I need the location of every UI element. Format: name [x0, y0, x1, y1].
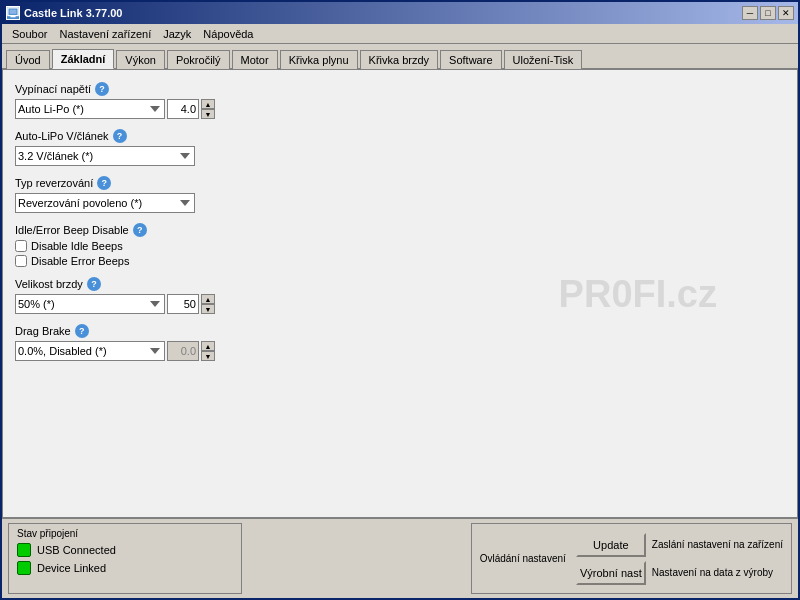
svg-rect-2 [10, 16, 15, 18]
typ-select[interactable]: Reverzování povoleno (*) Zakázáno Povole… [15, 193, 195, 213]
drag-group: Drag Brake ? 0.0%, Disabled (*) 2% 4% 6%… [15, 324, 785, 361]
velikost-spinner: ▲ ▼ [201, 294, 215, 314]
velikost-input-row: 50% (*) 0% 25% 75% 100% 50 ▲ ▼ [15, 294, 785, 314]
control-panel: Ovládání nastavení Update Výrobní nast Z… [471, 523, 792, 594]
status-bar: Stav připojení USB Connected Device Link… [2, 518, 798, 598]
drag-help-icon[interactable]: ? [75, 324, 89, 338]
title-buttons: ─ □ ✕ [742, 6, 794, 20]
vypinaci-spin-down[interactable]: ▼ [201, 109, 215, 119]
typ-label: Typ reverzování ? [15, 176, 785, 190]
drag-label: Drag Brake ? [15, 324, 785, 338]
drag-spin-up[interactable]: ▲ [201, 341, 215, 351]
idle-group: Idle/Error Beep Disable ? Disable Idle B… [15, 223, 785, 267]
idle-checkbox2[interactable] [15, 255, 27, 267]
connection-panel: Stav připojení USB Connected Device Link… [8, 523, 242, 594]
svg-rect-1 [10, 10, 17, 14]
idle-label: Idle/Error Beep Disable ? [15, 223, 785, 237]
tab-krivka-plynu[interactable]: Křivka plynu [280, 50, 358, 69]
tab-motor[interactable]: Motor [232, 50, 278, 69]
velikost-number[interactable]: 50 [167, 294, 199, 314]
update-label: Zaslání nastavení na zařízení [652, 533, 783, 557]
drag-spinner: ▲ ▼ [201, 341, 215, 361]
vypinaci-spin-up[interactable]: ▲ [201, 99, 215, 109]
control-buttons: Update Výrobní nast [576, 533, 646, 585]
idle-checkbox2-row: Disable Error Beeps [15, 255, 785, 267]
close-button[interactable]: ✕ [778, 6, 794, 20]
idle-checkbox2-label: Disable Error Beeps [31, 255, 129, 267]
typ-help-icon[interactable]: ? [97, 176, 111, 190]
tab-ulozeni-tisk[interactable]: Uložení-Tisk [504, 50, 583, 69]
autolipo-select[interactable]: 3.2 V/článek (*) 3.0 V/článek 3.4 V/člán… [15, 146, 195, 166]
tab-pokrocily[interactable]: Pokročilý [167, 50, 230, 69]
tab-vykon[interactable]: Výkon [116, 50, 165, 69]
vypinaci-select[interactable]: Auto Li-Po (*) Disabled 2.8V/cell 3.0V/c… [15, 99, 165, 119]
device-label: Device Linked [37, 562, 106, 574]
typ-group: Typ reverzování ? Reverzování povoleno (… [15, 176, 785, 213]
vypinaci-help-icon[interactable]: ? [95, 82, 109, 96]
vypinaci-number[interactable]: 4.0 [167, 99, 199, 119]
menu-napoveda[interactable]: Nápověda [197, 26, 259, 42]
app-icon [6, 6, 20, 20]
velikost-label: Velikost brzdy ? [15, 277, 785, 291]
drag-spin-down[interactable]: ▼ [201, 351, 215, 361]
velikost-help-icon[interactable]: ? [87, 277, 101, 291]
maximize-button[interactable]: □ [760, 6, 776, 20]
main-content: PR0FI.cz Vypínací napětí ? Auto Li-Po (*… [2, 70, 798, 518]
idle-checkbox1-label: Disable Idle Beeps [31, 240, 123, 252]
drag-number[interactable]: 0.0 [167, 341, 199, 361]
title-bar: Castle Link 3.77.00 ─ □ ✕ [2, 2, 798, 24]
factory-button[interactable]: Výrobní nast [576, 561, 646, 585]
typ-input-row: Reverzování povoleno (*) Zakázáno Povole… [15, 193, 785, 213]
idle-checkbox1-row: Disable Idle Beeps [15, 240, 785, 252]
menu-soubor[interactable]: Soubor [6, 26, 53, 42]
tab-uvod[interactable]: Úvod [6, 50, 50, 69]
drag-select[interactable]: 0.0%, Disabled (*) 2% 4% 6% 8% 10% [15, 341, 165, 361]
title-bar-left: Castle Link 3.77.00 [6, 6, 122, 20]
autolipo-help-icon[interactable]: ? [113, 129, 127, 143]
minimize-button[interactable]: ─ [742, 6, 758, 20]
vypinaci-label: Vypínací napětí ? [15, 82, 785, 96]
vypinaci-group: Vypínací napětí ? Auto Li-Po (*) Disable… [15, 82, 785, 119]
menu-bar: Soubor Nastavení zařízení Jazyk Nápověda [2, 24, 798, 44]
app-window: Castle Link 3.77.00 ─ □ ✕ Soubor Nastave… [0, 0, 800, 600]
autolipo-input-row: 3.2 V/článek (*) 3.0 V/článek 3.4 V/člán… [15, 146, 785, 166]
control-labels: Zaslání nastavení na zařízení Nastavení … [652, 533, 783, 585]
device-indicator: Device Linked [17, 561, 233, 575]
vypinaci-spinner: ▲ ▼ [201, 99, 215, 119]
velikost-group: Velikost brzdy ? 50% (*) 0% 25% 75% 100%… [15, 277, 785, 314]
update-button[interactable]: Update [576, 533, 646, 557]
autolipo-group: Auto-LiPo V/článek ? 3.2 V/článek (*) 3.… [15, 129, 785, 166]
factory-label: Nastavení na data z výroby [652, 561, 783, 585]
tab-software[interactable]: Software [440, 50, 501, 69]
tab-zakladni[interactable]: Základní [52, 49, 115, 69]
autolipo-label: Auto-LiPo V/článek ? [15, 129, 785, 143]
vypinaci-input-row: Auto Li-Po (*) Disabled 2.8V/cell 3.0V/c… [15, 99, 785, 119]
drag-input-row: 0.0%, Disabled (*) 2% 4% 6% 8% 10% 0.0 ▲… [15, 341, 785, 361]
tab-krivka-brzdy[interactable]: Křivka brzdy [360, 50, 439, 69]
device-led [17, 561, 31, 575]
tab-bar: Úvod Základní Výkon Pokročilý Motor Křiv… [2, 44, 798, 70]
usb-led [17, 543, 31, 557]
status-spacer [248, 523, 464, 594]
idle-checkbox1[interactable] [15, 240, 27, 252]
velikost-spin-down[interactable]: ▼ [201, 304, 215, 314]
idle-help-icon[interactable]: ? [133, 223, 147, 237]
velikost-select[interactable]: 50% (*) 0% 25% 75% 100% [15, 294, 165, 314]
connection-title: Stav připojení [17, 528, 233, 539]
control-panel-title: Ovládání nastavení [480, 553, 566, 564]
usb-indicator: USB Connected [17, 543, 233, 557]
menu-nastaveni[interactable]: Nastavení zařízení [53, 26, 157, 42]
velikost-spin-up[interactable]: ▲ [201, 294, 215, 304]
title-text: Castle Link 3.77.00 [24, 7, 122, 19]
menu-jazyk[interactable]: Jazyk [157, 26, 197, 42]
usb-label: USB Connected [37, 544, 116, 556]
